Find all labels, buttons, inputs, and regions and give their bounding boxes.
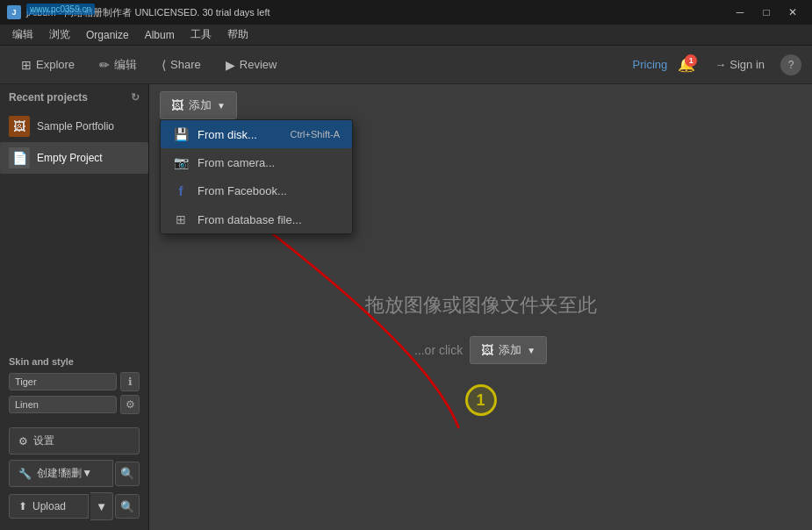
refresh-icon[interactable]: ↻: [131, 91, 140, 104]
add-button[interactable]: 🖼 添加 ▼: [160, 91, 237, 119]
add-button-wrap: 🖼 添加 ▼ 💾 From disk... Ctrl+Shift-A 📷 Fro…: [160, 91, 237, 119]
toolbar-right: Pricing 🔔 1 → Sign in ?: [633, 53, 802, 77]
dropzone-text: 拖放图像或图像文件夹至此: [365, 292, 597, 319]
dropdown-disk-label: From disk...: [198, 128, 257, 141]
toolbar: ⊞ Explore ✏ 编辑 ⟨ Share ▶ Review Pricing …: [0, 46, 812, 84]
explore-button[interactable]: ⊞ Explore: [11, 53, 85, 77]
add-icon: 🖼: [171, 98, 183, 112]
dropdown-item-facebook[interactable]: f From Facebook...: [161, 176, 352, 205]
website-badge: www.pc0359.cn: [26, 4, 95, 15]
style-settings-button[interactable]: ⚙: [120, 395, 140, 414]
menu-album[interactable]: Album: [138, 27, 182, 43]
circle-badge: 1: [465, 384, 497, 416]
pencil-icon: ✏: [99, 58, 110, 72]
dropdown-item-disk[interactable]: 💾 From disk... Ctrl+Shift-A: [161, 120, 352, 148]
add-center-chevron-icon: ▼: [527, 346, 535, 355]
review-button[interactable]: ▶ Review: [215, 53, 288, 77]
app-icon: J: [7, 5, 21, 19]
create-album-row: 🔧 创建!翻删▼ 🔍: [9, 460, 140, 487]
chevron-down-icon: ▼: [217, 101, 226, 111]
skin-style-label: Skin and style: [9, 356, 140, 367]
add-dropdown: 💾 From disk... Ctrl+Shift-A 📷 From camer…: [160, 119, 353, 234]
upload-button[interactable]: ⬆ Upload: [9, 494, 89, 519]
menu-help[interactable]: 帮助: [220, 25, 255, 44]
share-label: Share: [170, 58, 201, 71]
edit-label: 编辑: [114, 57, 137, 73]
sidebar-bottom: Skin and style Tiger ℹ Linen ⚙ ⚙ 设置: [0, 174, 148, 530]
dropdown-item-camera[interactable]: 📷 From camera...: [161, 148, 352, 176]
main-area: Recent projects ↻ 🖼 Sample Portfolio 📄 E…: [0, 84, 812, 530]
disk-icon: 💾: [173, 127, 189, 141]
style-select[interactable]: Linen: [9, 396, 117, 413]
skin-row: Tiger ℹ: [9, 372, 140, 391]
content-toolbar: 🖼 添加 ▼ 💾 From disk... Ctrl+Shift-A 📷 Fro…: [149, 84, 812, 126]
style-row: Linen ⚙: [9, 395, 140, 414]
search-button-upload[interactable]: 🔍: [115, 494, 140, 519]
review-icon: ▶: [226, 58, 235, 72]
skin-section: Skin and style Tiger ℹ Linen ⚙: [0, 349, 148, 425]
add-center-button[interactable]: 🖼 添加 ▼: [470, 336, 547, 364]
signin-icon: →: [715, 58, 726, 71]
menu-edit[interactable]: 编辑: [5, 25, 40, 44]
upload-row: ⬆ Upload ▼ 🔍: [9, 492, 140, 520]
create-album-label: 创建!翻删▼: [37, 466, 92, 481]
help-button[interactable]: ?: [780, 54, 801, 75]
project-item-empty[interactable]: 📄 Empty Project: [0, 142, 148, 174]
upload-label: Upload: [32, 500, 66, 512]
project-name-portfolio: Sample Portfolio: [37, 120, 114, 132]
menubar: www.pc0359.cn 编辑 浏览 Organize Album 工具 帮助: [0, 25, 812, 46]
project-thumb-empty: 📄: [9, 147, 30, 168]
upload-dropdown-button[interactable]: ▼: [90, 492, 113, 520]
gear-icon: ⚙: [18, 435, 28, 448]
signin-button[interactable]: → Sign in: [706, 54, 773, 75]
titlebar-controls: ─ □ ✕: [728, 3, 805, 22]
maximize-button[interactable]: □: [754, 3, 779, 22]
review-label: Review: [240, 58, 277, 71]
add-center-label: 添加: [499, 342, 521, 358]
camera-icon: 📷: [173, 155, 189, 169]
dropdown-database-label: From database file...: [198, 213, 302, 226]
signin-label: Sign in: [729, 58, 765, 71]
share-icon: ⟨: [162, 58, 166, 72]
upload-icon: ⬆: [18, 500, 27, 512]
add-label: 添加: [189, 97, 212, 113]
project-thumb-portfolio: 🖼: [9, 116, 30, 137]
notification-button[interactable]: 🔔 1: [674, 53, 699, 77]
titlebar: J jAlbum - 网络相册制作者 UNLICENSED. 30 trial …: [0, 0, 812, 25]
menu-organize[interactable]: Organize: [79, 27, 136, 43]
settings-label: 设置: [33, 433, 54, 448]
settings-button[interactable]: ⚙ 设置: [9, 427, 140, 455]
facebook-icon: f: [173, 183, 189, 198]
project-item-portfolio[interactable]: 🖼 Sample Portfolio: [0, 111, 148, 142]
project-name-empty: Empty Project: [37, 152, 103, 164]
minimize-button[interactable]: ─: [728, 3, 752, 22]
or-click-row: ...or click 1 🖼 添加 ▼: [414, 336, 547, 364]
shortcut-disk: Ctrl+Shift-A: [290, 129, 340, 140]
database-icon: ⊞: [173, 212, 189, 226]
search-button-sidebar[interactable]: 🔍: [115, 462, 140, 486]
dropdown-facebook-label: From Facebook...: [198, 184, 287, 197]
create-album-button[interactable]: 🔧 创建!翻删▼: [9, 460, 113, 487]
menu-browse[interactable]: 浏览: [42, 25, 77, 44]
skin-info-button[interactable]: ℹ: [120, 372, 140, 391]
share-button[interactable]: ⟨ Share: [151, 53, 212, 77]
dropdown-camera-label: From camera...: [198, 156, 275, 169]
dropdown-item-database[interactable]: ⊞ From database file...: [161, 205, 352, 233]
sidebar: Recent projects ↻ 🖼 Sample Portfolio 📄 E…: [0, 84, 149, 530]
close-button[interactable]: ✕: [780, 3, 805, 22]
recent-projects-label: Recent projects: [9, 91, 88, 104]
menu-tools[interactable]: 工具: [183, 25, 219, 44]
content-area: 🖼 添加 ▼ 💾 From disk... Ctrl+Shift-A 📷 Fro…: [149, 84, 812, 530]
explore-label: Explore: [36, 58, 75, 71]
add-center-icon: 🖼: [481, 343, 493, 357]
skin-select[interactable]: Tiger: [9, 373, 117, 390]
pricing-link[interactable]: Pricing: [633, 58, 668, 71]
notification-badge: 1: [685, 54, 697, 67]
wrench-icon: 🔧: [18, 468, 32, 480]
edit-button[interactable]: ✏ 编辑: [89, 52, 147, 78]
grid-icon: ⊞: [21, 58, 32, 72]
or-click-label: ...or click: [414, 343, 463, 357]
recent-projects-header: Recent projects ↻: [0, 84, 148, 111]
